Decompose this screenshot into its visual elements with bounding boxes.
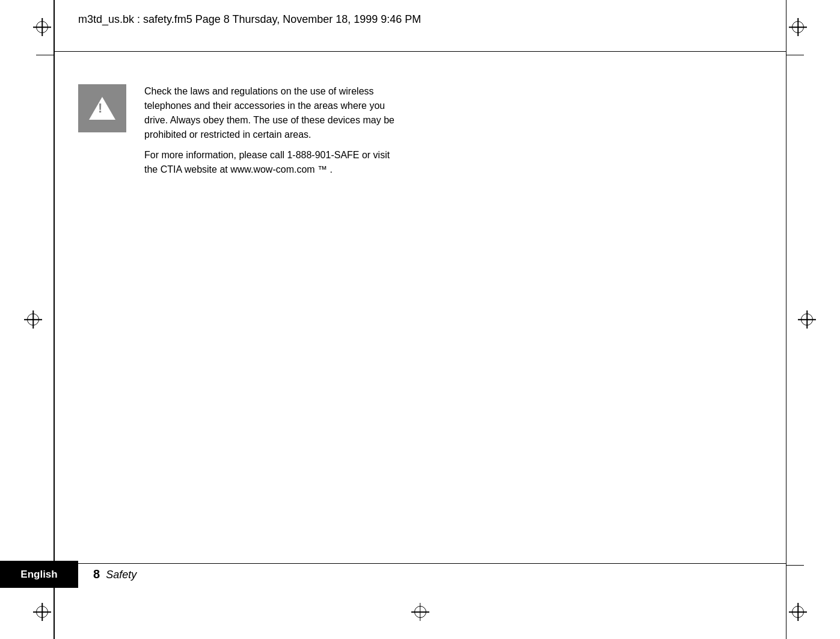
page-number: 8 bbox=[93, 567, 100, 581]
warning-icon-box bbox=[78, 84, 126, 132]
footer-area: English 8 Safety bbox=[0, 561, 840, 588]
language-badge: English bbox=[0, 561, 78, 588]
warning-paragraph-1: Check the laws and regulations on the us… bbox=[144, 84, 397, 142]
crosshair-bottom-right bbox=[789, 603, 807, 621]
warning-triangle-icon bbox=[89, 97, 115, 120]
top-left-trim-mark bbox=[36, 55, 54, 55]
left-border bbox=[54, 0, 55, 639]
warning-text-container: Check the laws and regulations on the us… bbox=[144, 84, 397, 183]
section-title: Safety bbox=[106, 569, 136, 581]
right-border bbox=[786, 0, 787, 639]
header-filename: m3td_us.bk : safety.fm5 Page 8 Thursday,… bbox=[78, 13, 421, 25]
crosshair-bottom-center bbox=[411, 603, 429, 621]
warning-paragraph-2: For more information, please call 1-888-… bbox=[144, 148, 397, 177]
crosshair-top-right bbox=[789, 18, 807, 36]
top-right-trim-mark bbox=[786, 55, 804, 55]
header-text: m3td_us.bk : safety.fm5 Page 8 Thursday,… bbox=[78, 13, 421, 26]
header-divider bbox=[54, 51, 786, 52]
main-content: Check the laws and regulations on the us… bbox=[78, 66, 762, 183]
crosshair-top-left bbox=[33, 18, 51, 36]
crosshair-mid-left bbox=[24, 310, 42, 329]
language-label: English bbox=[20, 569, 57, 581]
crosshair-mid-right bbox=[798, 310, 816, 329]
warning-block: Check the laws and regulations on the us… bbox=[78, 84, 762, 183]
crosshair-bottom-left bbox=[33, 603, 51, 621]
footer-page-info: 8 Safety bbox=[93, 567, 136, 581]
